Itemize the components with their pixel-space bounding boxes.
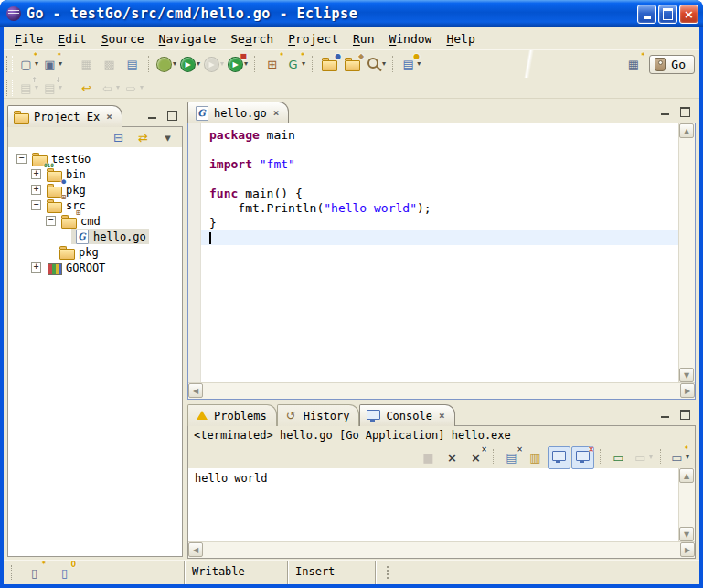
- menu-run[interactable]: Run: [346, 29, 381, 48]
- next-annotation-dropdown-icon[interactable]: ▾: [59, 84, 62, 91]
- title-bar[interactable]: Go - testGo/src/cmd/hello.go - Eclipse ×: [0, 0, 703, 27]
- previous-annotation-button[interactable]: ▤↑▾: [16, 77, 40, 100]
- project-explorer-close-icon[interactable]: ×: [106, 112, 112, 122]
- back-dropdown-icon[interactable]: ▾: [116, 84, 120, 91]
- minimize-button[interactable]: [637, 5, 656, 24]
- code-line-6[interactable]: fmt.Println("hello world");: [201, 201, 678, 216]
- display-console-button[interactable]: ▭▾: [631, 446, 655, 469]
- go-perspective-button[interactable]: Go: [649, 55, 695, 74]
- code-line-4[interactable]: [201, 172, 678, 187]
- console-vertical-scrollbar[interactable]: ▲ ▼: [678, 468, 695, 541]
- console-maximize-icon[interactable]: [676, 408, 693, 422]
- next-annotation-button[interactable]: ▤↓▾: [40, 77, 64, 100]
- expand-icon[interactable]: +: [31, 169, 41, 179]
- save-all-button[interactable]: ▩: [98, 53, 121, 76]
- run-last-tool-dropdown-icon[interactable]: ▾: [244, 60, 248, 68]
- code-line-3[interactable]: import "fmt": [201, 157, 678, 172]
- display-console-dropdown-icon[interactable]: ▾: [649, 454, 653, 461]
- open-perspective-button[interactable]: ▦*: [622, 53, 644, 76]
- console-scroll-down-icon[interactable]: ▼: [679, 527, 694, 541]
- menu-source[interactable]: Source: [94, 29, 152, 48]
- scroll-down-icon[interactable]: ▼: [679, 368, 694, 382]
- code-line-2[interactable]: [201, 143, 678, 157]
- scroll-left-icon[interactable]: ◀: [188, 383, 203, 398]
- external-tools-dropdown-icon[interactable]: ▾: [220, 60, 224, 68]
- tree-item-cmd[interactable]: −⊞cmd: [10, 213, 180, 229]
- close-button[interactable]: ×: [679, 5, 698, 24]
- run-last-tool-button[interactable]: ▶■▾: [226, 53, 250, 76]
- tree-item-hello-go[interactable]: Ghello.go: [10, 229, 180, 244]
- console-output[interactable]: hello world: [188, 468, 678, 541]
- maximize-button[interactable]: [658, 5, 677, 24]
- menu-edit[interactable]: Edit: [50, 29, 93, 48]
- expand-icon[interactable]: +: [31, 262, 41, 273]
- console-minimize-icon[interactable]: [656, 408, 673, 422]
- back-button[interactable]: ⇦▾: [98, 77, 122, 100]
- pin-console-button[interactable]: ▭: [607, 446, 630, 469]
- scroll-right-icon[interactable]: ▶: [680, 383, 695, 398]
- console-scroll-right-icon[interactable]: ▶: [680, 542, 695, 557]
- tree-item-goroot[interactable]: +GOROOT: [10, 260, 180, 275]
- collapse-icon[interactable]: −: [16, 154, 27, 164]
- tab-history[interactable]: ↺History: [277, 404, 360, 426]
- tree-item-testgo[interactable]: −testGo: [10, 151, 180, 166]
- new-go-file-button[interactable]: G*▾: [283, 53, 307, 76]
- remove-launch-button[interactable]: ×: [441, 446, 463, 469]
- open-package-button[interactable]: ◆: [341, 53, 364, 76]
- view-maximize-icon[interactable]: [164, 109, 180, 123]
- run-dropdown-icon[interactable]: ▾: [197, 60, 200, 68]
- open-console-button[interactable]: ▭*▾: [667, 446, 691, 469]
- new-go-file-dropdown-icon[interactable]: ▾: [302, 60, 305, 68]
- fast-view-button[interactable]: ▯*: [23, 561, 46, 584]
- console-tab-close-icon[interactable]: ×: [439, 411, 445, 421]
- tree-item-pkg[interactable]: +●pkg: [10, 182, 180, 198]
- console-scroll-left-icon[interactable]: ◀: [188, 542, 203, 557]
- run-button[interactable]: ▶▾: [178, 53, 202, 76]
- annotations-button[interactable]: ▤●▾: [399, 53, 422, 76]
- open-console-dropdown-icon[interactable]: ▾: [686, 454, 689, 461]
- show-stderr-button[interactable]: ×: [571, 446, 594, 469]
- previous-annotation-dropdown-icon[interactable]: ▾: [35, 84, 38, 91]
- tree-item-pkg[interactable]: pkg: [10, 244, 180, 260]
- editor-minimize-icon[interactable]: [656, 105, 673, 119]
- menu-search[interactable]: Search: [223, 29, 281, 48]
- link-with-editor-button[interactable]: ⇄: [132, 126, 154, 149]
- tab-problems[interactable]: Problems: [187, 404, 277, 426]
- view-minimize-icon[interactable]: [144, 109, 160, 123]
- editor-maximize-icon[interactable]: [676, 105, 693, 119]
- remove-all-terminated-button[interactable]: ××: [464, 446, 487, 469]
- forward-button[interactable]: ⇨▾: [122, 77, 145, 100]
- menu-window[interactable]: Window: [381, 29, 439, 48]
- code-line-7[interactable]: }: [201, 216, 678, 230]
- new-wizard-dropdown-icon[interactable]: ▾: [35, 60, 38, 68]
- launch-status-button[interactable]: ▯0: [53, 561, 76, 584]
- console-horizontal-scrollbar[interactable]: ◀ ▶: [188, 541, 695, 558]
- collapse-icon[interactable]: −: [31, 200, 41, 210]
- code-line-5[interactable]: func main() {: [201, 187, 678, 201]
- external-tools-button[interactable]: ▶▾: [202, 53, 226, 76]
- clear-console-button[interactable]: ▤×: [500, 446, 523, 469]
- search-button[interactable]: ▾: [364, 53, 388, 76]
- debug-button[interactable]: ▾: [154, 53, 178, 76]
- project-explorer-tab[interactable]: Project Ex ×: [7, 105, 122, 127]
- last-edit-location-button[interactable]: ↩: [75, 77, 98, 100]
- editor-tab-close-icon[interactable]: ×: [273, 108, 280, 118]
- expand-icon[interactable]: +: [31, 185, 41, 195]
- print-button[interactable]: ▤: [121, 53, 144, 76]
- menu-navigate[interactable]: Navigate: [152, 29, 224, 48]
- code-area[interactable]: package mainimport "fmt"func main() { fm…: [201, 123, 678, 382]
- tree-item-bin[interactable]: +010bin: [10, 166, 180, 182]
- tree-item-src[interactable]: −⊞src: [10, 198, 180, 213]
- new-go-package-button[interactable]: ⊞*: [261, 53, 283, 76]
- open-resource-button[interactable]: ●: [318, 53, 341, 76]
- terminate-button[interactable]: ■: [417, 446, 440, 469]
- menu-file[interactable]: File: [7, 29, 50, 48]
- view-menu-button[interactable]: ▾: [156, 126, 179, 149]
- new-wizard-button[interactable]: ▢*▾: [16, 53, 40, 76]
- annotations-dropdown-icon[interactable]: ▾: [417, 60, 421, 68]
- collapse-icon[interactable]: −: [46, 216, 56, 226]
- save-button[interactable]: ▦: [75, 53, 98, 76]
- code-line-1[interactable]: package main: [201, 128, 678, 143]
- debug-dropdown-icon[interactable]: ▾: [173, 60, 176, 68]
- collapse-all-button[interactable]: ⊟: [107, 126, 130, 149]
